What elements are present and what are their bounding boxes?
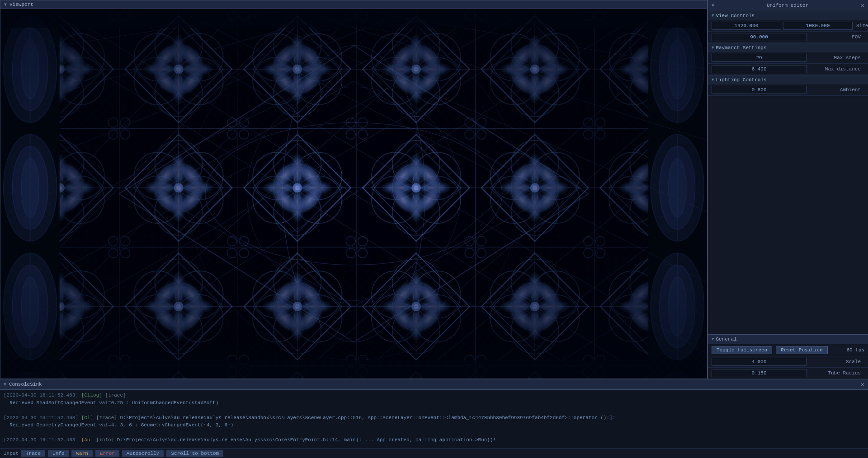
fractal-render	[0, 9, 707, 379]
general-label: General	[716, 336, 736, 342]
tube-radius-row: Tube Radius	[708, 368, 868, 379]
viewport-header: ▼ Viewport	[0, 0, 707, 9]
trace-button[interactable]: Trace	[21, 450, 45, 457]
scroll-to-bottom-button[interactable]: Scroll to bottom	[166, 450, 223, 457]
fov-input[interactable]	[712, 33, 807, 41]
lighting-arrow-icon: ▼	[712, 78, 714, 82]
viewport-canvas-area[interactable]	[0, 9, 707, 379]
uniform-editor-panel: ▼ Uniform editor ✕ ▼ View Controls Size …	[708, 0, 868, 379]
reset-position-button[interactable]: Reset Position	[776, 346, 827, 354]
max-steps-label: Max steps	[810, 55, 864, 61]
console-close-icon[interactable]: ✕	[861, 381, 864, 388]
ambient-label: Ambient	[810, 87, 864, 93]
general-arrow-icon: ▼	[712, 337, 714, 341]
view-controls-section: ▼ View Controls Size FOV	[708, 11, 868, 43]
raymarch-arrow-icon: ▼	[712, 46, 714, 50]
console-arrow-icon: ▼	[4, 382, 6, 387]
raymarch-label: Raymarch Settings	[716, 45, 766, 51]
view-controls-arrow-icon: ▼	[712, 14, 714, 18]
console-line-3: [2020-04-30 16:11:52.463] [Au] [info] D:…	[4, 436, 864, 444]
fov-field-row: FOV	[708, 32, 868, 43]
scale-row: Scale	[708, 356, 868, 368]
size-label: Size	[856, 23, 868, 28]
size-field-row: Size	[708, 20, 868, 32]
toggle-fullscreen-button[interactable]: Toggle fullscreen	[712, 346, 772, 354]
autoscroll-button[interactable]: Autoscroll?	[122, 450, 164, 457]
view-controls-header[interactable]: ▼ View Controls	[708, 11, 868, 20]
height-input[interactable]	[783, 22, 853, 30]
error-button[interactable]: Error	[95, 450, 119, 457]
ambient-row: Ambient	[708, 84, 868, 96]
uniform-editor-arrow-icon: ▼	[712, 3, 714, 8]
tube-radius-input[interactable]	[712, 369, 807, 377]
max-distance-label: Max distance	[810, 66, 864, 72]
view-controls-label: View Controls	[716, 13, 755, 19]
console-toolbar: Input Trace Info Warn Error Autoscroll? …	[0, 449, 868, 458]
uniform-editor-title: Uniform editor	[767, 3, 808, 8]
console-line-1: [2020-04-30 16:11:52.463] [ClLog] [trace…	[4, 392, 864, 407]
max-distance-input[interactable]	[712, 65, 807, 73]
max-steps-row: Max steps	[708, 52, 868, 64]
info-button[interactable]: Info	[48, 450, 69, 457]
console-line-2: [2020-04-30 16:11:52.463] [Cl] [trace] D…	[4, 414, 864, 429]
console-panel: ▼ ConsoleSink ✕ [2020-04-30 16:11:52.463…	[0, 379, 868, 458]
scale-label: Scale	[810, 359, 864, 365]
console-header: ▼ ConsoleSink ✕	[0, 379, 868, 390]
general-section: ▼ General Toggle fullscreen Reset Positi…	[708, 334, 868, 379]
raymarch-section: ▼ Raymarch Settings Max steps Max distan…	[708, 43, 868, 75]
scale-input[interactable]	[712, 358, 807, 366]
general-header: ▼ General	[708, 335, 868, 344]
console-title: ConsoleSink	[9, 382, 42, 387]
fps-display: 60 fps	[846, 347, 864, 353]
input-label: Input	[4, 451, 19, 456]
svg-rect-86	[0, 360, 707, 378]
warn-button[interactable]: Warn	[71, 450, 92, 457]
viewport-title: Viewport	[9, 2, 33, 7]
console-output: [2020-04-30 16:11:52.463] [ClLog] [trace…	[0, 390, 868, 449]
lighting-header[interactable]: ▼ Lighting Controls	[708, 75, 868, 84]
lighting-label: Lighting Controls	[716, 77, 766, 83]
tube-radius-label: Tube Radius	[810, 370, 864, 376]
viewport-panel: ▼ Viewport	[0, 0, 708, 379]
close-icon[interactable]: ✕	[861, 2, 864, 9]
uniform-editor-header: ▼ Uniform editor ✕	[708, 0, 868, 11]
raymarch-header[interactable]: ▼ Raymarch Settings	[708, 43, 868, 52]
ambient-input[interactable]	[712, 86, 807, 94]
svg-rect-84	[0, 10, 707, 378]
max-steps-input[interactable]	[712, 54, 807, 62]
svg-rect-85	[0, 10, 707, 28]
fov-label: FOV	[810, 34, 864, 40]
max-distance-row: Max distance	[708, 64, 868, 75]
general-buttons-row: Toggle fullscreen Reset Position 60 fps	[708, 344, 868, 356]
viewport-arrow-icon: ▼	[4, 2, 7, 7]
width-input[interactable]	[712, 22, 781, 30]
lighting-section: ▼ Lighting Controls Ambient	[708, 75, 868, 96]
